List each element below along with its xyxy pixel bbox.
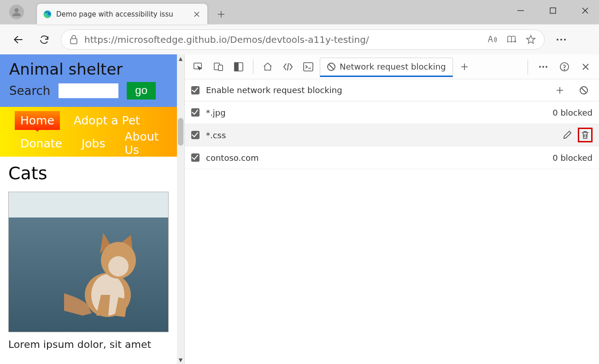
read-aloud-icon bbox=[487, 35, 497, 45]
devtools-help-button[interactable] bbox=[556, 58, 573, 76]
nav-about[interactable]: About Us bbox=[119, 127, 177, 159]
page-paragraph: Lorem ipsum dolor, sit amet bbox=[8, 339, 169, 350]
nav-donate[interactable]: Donate bbox=[15, 134, 68, 153]
cat-illustration-icon bbox=[64, 230, 147, 323]
cat-image bbox=[8, 192, 169, 332]
close-window-button[interactable] bbox=[576, 1, 594, 20]
blocked-count: 0 blocked bbox=[552, 153, 593, 163]
separator bbox=[253, 59, 253, 74]
scroll-thumb[interactable] bbox=[178, 118, 183, 146]
page-heading: Cats bbox=[8, 163, 169, 183]
pattern-checkbox[interactable] bbox=[191, 131, 200, 139]
page-scrollbar[interactable]: ▲ ▼ bbox=[177, 54, 184, 364]
scroll-up-arrow-icon[interactable]: ▲ bbox=[177, 54, 184, 63]
home-icon bbox=[263, 62, 273, 72]
star-icon bbox=[526, 35, 536, 45]
plus-icon bbox=[217, 10, 225, 18]
svg-rect-2 bbox=[550, 8, 556, 13]
devices-icon bbox=[213, 62, 223, 72]
inspect-element-button[interactable] bbox=[189, 58, 207, 76]
settings-menu-button[interactable] bbox=[552, 30, 570, 49]
tab-strip: Demo page with accessibility issu bbox=[37, 0, 229, 24]
separator bbox=[528, 59, 528, 74]
remove-all-patterns-button[interactable] bbox=[575, 81, 593, 100]
svg-point-4 bbox=[557, 39, 558, 41]
delete-pattern-button[interactable] bbox=[578, 128, 593, 142]
new-tab-button[interactable] bbox=[213, 6, 229, 23]
svg-point-0 bbox=[14, 8, 18, 12]
svg-point-18 bbox=[539, 66, 541, 68]
svg-rect-3 bbox=[70, 39, 77, 44]
welcome-tab-button[interactable] bbox=[259, 58, 276, 76]
minimize-icon bbox=[517, 7, 524, 14]
user-icon bbox=[12, 7, 22, 17]
close-icon bbox=[194, 11, 200, 18]
site-header: Animal shelter Search go bbox=[0, 54, 177, 107]
svg-point-19 bbox=[542, 66, 544, 68]
browser-toolbar: https://microsoftedge.github.io/Demos/de… bbox=[0, 24, 599, 54]
nav-jobs[interactable]: Jobs bbox=[76, 134, 111, 153]
pattern-row[interactable]: contoso.com 0 blocked bbox=[185, 147, 599, 169]
edge-favicon-icon bbox=[43, 10, 52, 18]
tab-label: Network request blocking bbox=[340, 62, 446, 71]
block-icon bbox=[579, 86, 588, 95]
site-title: Animal shelter bbox=[9, 60, 168, 78]
block-icon bbox=[327, 62, 336, 71]
console-tab-button[interactable] bbox=[300, 58, 317, 76]
plus-icon bbox=[460, 63, 469, 71]
pattern-checkbox[interactable] bbox=[191, 108, 200, 117]
pattern-text: *.jpg bbox=[206, 108, 546, 117]
read-aloud-button[interactable] bbox=[487, 35, 497, 45]
pattern-row[interactable]: *.jpg 0 blocked bbox=[185, 101, 599, 124]
devtools-panel: Network request blocking Enable network … bbox=[184, 54, 599, 364]
dock-side-button[interactable] bbox=[230, 58, 247, 76]
back-button[interactable] bbox=[9, 30, 28, 49]
enable-blocking-label: Enable network request blocking bbox=[206, 85, 342, 95]
maximize-button[interactable] bbox=[544, 1, 562, 20]
address-bar[interactable]: https://microsoftedge.github.io/Demos/de… bbox=[61, 29, 545, 50]
more-tabs-button[interactable] bbox=[456, 58, 473, 76]
enable-blocking-checkbox[interactable] bbox=[191, 86, 200, 94]
search-go-button[interactable]: go bbox=[127, 82, 156, 100]
window-controls bbox=[511, 0, 594, 21]
favorite-button[interactable] bbox=[526, 35, 536, 45]
pattern-row[interactable]: *.css bbox=[185, 124, 599, 147]
url-text: https://microsoftedge.github.io/Demos/de… bbox=[84, 34, 481, 45]
pattern-text: *.css bbox=[206, 130, 556, 140]
devtools-more-button[interactable] bbox=[534, 58, 552, 76]
devtools-tabbar: Network request blocking bbox=[185, 54, 599, 79]
trash-icon bbox=[580, 130, 590, 140]
minimize-button[interactable] bbox=[511, 1, 530, 20]
svg-point-6 bbox=[564, 39, 566, 41]
reading-view-button[interactable] bbox=[506, 35, 517, 45]
refresh-button[interactable] bbox=[35, 30, 53, 49]
edit-pattern-button[interactable] bbox=[562, 130, 572, 140]
scroll-down-arrow-icon[interactable]: ▼ bbox=[177, 356, 184, 364]
close-icon bbox=[582, 63, 589, 70]
content-area: Animal shelter Search go Home Adopt a Pe… bbox=[0, 54, 599, 364]
pattern-text: contoso.com bbox=[206, 153, 546, 163]
elements-tab-button[interactable] bbox=[279, 58, 297, 76]
browser-window: Demo page with accessibility issu https:… bbox=[0, 0, 599, 364]
book-icon bbox=[506, 35, 517, 45]
network-blocking-tab[interactable]: Network request blocking bbox=[320, 58, 453, 77]
device-emulation-button[interactable] bbox=[210, 58, 227, 76]
more-horizontal-icon bbox=[539, 65, 548, 68]
tab-close-button[interactable] bbox=[191, 8, 203, 20]
rendered-page: Animal shelter Search go Home Adopt a Pe… bbox=[0, 54, 184, 364]
svg-rect-15 bbox=[235, 63, 238, 71]
page-viewport: Animal shelter Search go Home Adopt a Pe… bbox=[0, 54, 177, 364]
browser-tab[interactable]: Demo page with accessibility issu bbox=[37, 4, 207, 24]
maximize-icon bbox=[550, 7, 556, 14]
help-icon bbox=[559, 62, 570, 72]
dock-icon bbox=[234, 62, 243, 71]
search-input[interactable] bbox=[59, 83, 118, 98]
svg-rect-16 bbox=[304, 63, 313, 71]
pattern-checkbox[interactable] bbox=[191, 153, 200, 162]
devtools-close-button[interactable] bbox=[577, 58, 594, 76]
add-pattern-button[interactable] bbox=[551, 81, 569, 100]
profile-avatar[interactable] bbox=[9, 5, 24, 19]
nav-home[interactable]: Home bbox=[15, 111, 60, 130]
blocking-patterns-list: *.jpg 0 blocked *.css contoso.com bbox=[185, 101, 599, 364]
titlebar: Demo page with accessibility issu bbox=[0, 0, 599, 24]
